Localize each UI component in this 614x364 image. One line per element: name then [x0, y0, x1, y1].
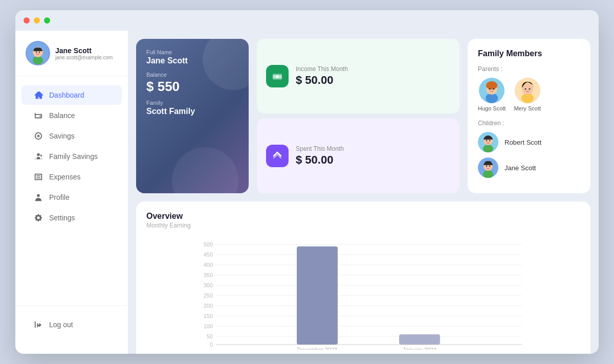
- spent-value: $ 50.00: [296, 153, 344, 167]
- profile-card: Full Name Jane Scott Balance $ 550 Famil…: [136, 39, 249, 193]
- svg-point-18: [529, 88, 530, 90]
- svg-text:December 2023: December 2023: [297, 347, 337, 350]
- close-dot[interactable]: [24, 17, 30, 24]
- sidebar-item-family-savings[interactable]: Family Savings: [21, 147, 122, 166]
- svg-text:300: 300: [204, 282, 213, 288]
- sidebar-item-savings[interactable]: Savings: [21, 126, 122, 146]
- home-icon: [34, 90, 43, 100]
- income-value: $ 50.00: [296, 74, 348, 87]
- jane-child-avatar: [478, 157, 498, 178]
- titlebar: [15, 10, 599, 31]
- jane-child-name: Jane Scott: [505, 164, 536, 172]
- income-label: Income This Month: [296, 65, 348, 73]
- sidebar-item-dashboard[interactable]: Dashboard: [21, 85, 122, 105]
- sidebar-item-profile[interactable]: Profile: [21, 188, 122, 207]
- svg-text:450: 450: [204, 252, 213, 258]
- balance-label: Balance: [146, 72, 238, 78]
- settings-icon: [34, 213, 43, 222]
- sidebar-bottom: Log out: [15, 305, 128, 344]
- sidebar-email: jane.scott@example.com: [55, 55, 113, 60]
- family-panel-title: Family Members: [478, 49, 580, 58]
- svg-rect-53: [399, 334, 440, 345]
- expenses-icon: [34, 172, 43, 181]
- hugo-avatar: [479, 78, 505, 103]
- svg-point-17: [524, 88, 526, 90]
- svg-text:400: 400: [204, 262, 213, 268]
- income-icon-bg: [266, 65, 289, 87]
- svg-point-27: [486, 166, 488, 167]
- sidebar-item-settings[interactable]: Settings: [21, 208, 122, 228]
- svg-point-22: [486, 140, 488, 142]
- earnings-chart: 500 450 400 350 300 250 200 150 100 50 0: [146, 237, 580, 350]
- logout-button[interactable]: Log out: [21, 315, 122, 334]
- child-robert: Robert Scott: [478, 132, 580, 152]
- nav-savings-label: Savings: [49, 132, 75, 140]
- family-label: Family: [146, 100, 238, 106]
- nav-profile-label: Profile: [49, 193, 70, 201]
- middle-row: Overview Monthly Earning 500 450 400 350…: [136, 201, 590, 354]
- svg-text:0: 0: [210, 342, 213, 348]
- overview-card: Overview Monthly Earning 500 450 400 350…: [136, 201, 590, 354]
- profile-balance: $ 550: [146, 79, 238, 95]
- svg-text:January 2024: January 2024: [403, 347, 437, 350]
- sidebar-user: Jane Scott jane.scott@example.com: [15, 41, 128, 76]
- svg-point-4: [39, 52, 40, 53]
- robert-name: Robert Scott: [505, 139, 541, 146]
- sidebar-item-expenses[interactable]: Expenses: [21, 167, 122, 187]
- user-info: Jane Scott jane.scott@example.com: [55, 47, 113, 60]
- svg-rect-51: [297, 246, 338, 345]
- nav-expenses-label: Expenses: [49, 173, 80, 181]
- spent-card: Spent This Month $ 50.00: [257, 119, 459, 193]
- avatar: [26, 41, 50, 65]
- app-window: Jane Scott jane.scott@example.com Dashbo…: [15, 10, 599, 354]
- top-row: Full Name Jane Scott Balance $ 550 Famil…: [136, 39, 590, 193]
- main-content: Full Name Jane Scott Balance $ 550 Famil…: [128, 31, 599, 354]
- svg-point-11: [486, 81, 497, 89]
- svg-text:200: 200: [204, 303, 213, 309]
- spent-icon-bg: [266, 145, 289, 167]
- svg-point-12: [489, 88, 491, 90]
- sidebar-nav: Dashboard Balance Savings: [15, 76, 128, 305]
- full-name-label: Full Name: [146, 49, 238, 55]
- spent-icon: [272, 150, 283, 162]
- logout-label: Log out: [49, 321, 73, 329]
- nav-settings-label: Settings: [49, 214, 75, 222]
- income-info: Income This Month $ 50.00: [296, 65, 348, 87]
- svg-text:500: 500: [204, 241, 213, 247]
- svg-text:150: 150: [204, 313, 213, 319]
- profile-family: Scott Family: [146, 107, 238, 116]
- spent-label: Spent This Month: [296, 145, 344, 152]
- chart-area: 500 450 400 350 300 250 200 150 100 50 0: [146, 237, 580, 350]
- income-icon: [272, 71, 283, 82]
- income-card: Income This Month $ 50.00: [257, 39, 459, 113]
- family-icon: [34, 152, 43, 161]
- maximize-dot[interactable]: [44, 17, 50, 24]
- child-jane: Jane Scott: [478, 157, 580, 178]
- profile-full-name: Jane Scott: [146, 56, 238, 65]
- children-label: Children :: [478, 120, 580, 127]
- overview-subtitle: Monthly Earning: [146, 222, 580, 229]
- logout-icon: [34, 320, 43, 329]
- svg-point-23: [489, 140, 491, 142]
- svg-text:350: 350: [204, 272, 213, 278]
- svg-point-13: [493, 88, 495, 90]
- svg-point-3: [36, 52, 37, 53]
- mery-avatar: [515, 78, 540, 103]
- hugo-name: Hugo Scott: [478, 105, 506, 111]
- svg-text:50: 50: [207, 333, 213, 339]
- family-panel: Family Members Parents :: [468, 39, 590, 193]
- svg-point-28: [489, 166, 491, 167]
- svg-point-1: [33, 56, 43, 64]
- parents-label: Parents :: [478, 65, 580, 73]
- piggy-icon: [34, 131, 43, 141]
- svg-text:250: 250: [204, 292, 213, 299]
- parents-row: Hugo Scott: [478, 78, 580, 111]
- wallet-icon: [34, 111, 43, 120]
- sidebar-item-balance[interactable]: Balance: [21, 106, 122, 125]
- minimize-dot[interactable]: [34, 17, 40, 24]
- spent-info: Spent This Month $ 50.00: [296, 145, 344, 167]
- parent-hugo: Hugo Scott: [478, 78, 506, 111]
- parent-mery: Mery Scott: [514, 78, 541, 111]
- nav-balance-label: Balance: [49, 111, 75, 120]
- sidebar: Jane Scott jane.scott@example.com Dashbo…: [15, 31, 128, 354]
